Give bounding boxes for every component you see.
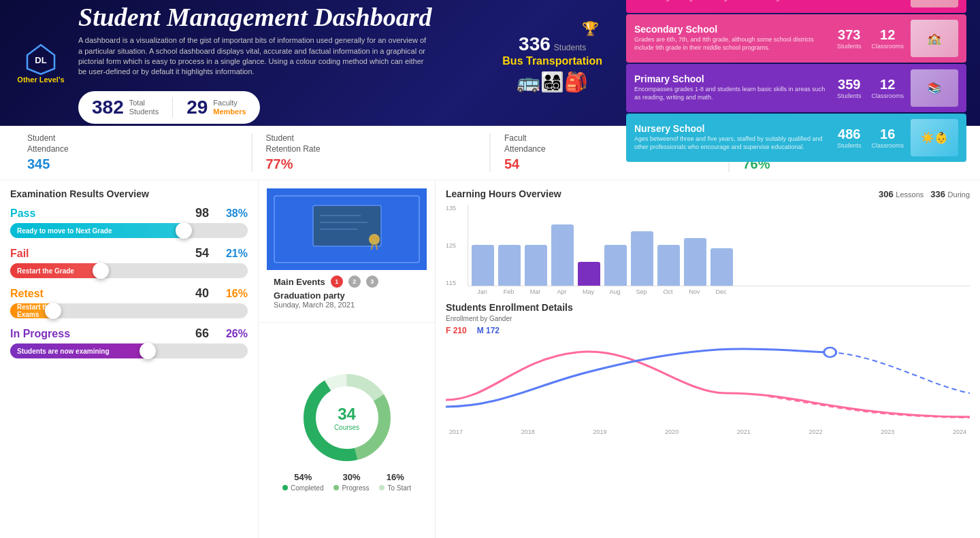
progress-track-pass: Ready to move to Next Grade <box>10 223 248 238</box>
bar-nov <box>684 238 706 286</box>
legend-male: M 172 <box>477 326 500 335</box>
school-card-secondary: Secondary School Grades are 6th, 7th, an… <box>626 14 966 63</box>
year-2021: 2021 <box>737 428 751 435</box>
event-tab-2[interactable]: 2 <box>348 275 361 288</box>
total-students-number: 382 <box>92 97 124 118</box>
y-axis-labels: 135 125 115 <box>446 205 456 286</box>
page-wrapper: DL Other Level's Student Management Dash… <box>0 0 980 538</box>
header-subtitle: A dashboard is a visualization of the gi… <box>78 35 432 78</box>
bar-mar <box>525 245 547 286</box>
school-desc-nursery: Ages betweenof three and five years, sta… <box>634 135 830 151</box>
exam-label-inprog: In Progress <box>10 328 70 340</box>
during-stat: 336 During <box>930 189 970 199</box>
x-axis-labels: Jan Feb Mar Apr May Aug Sep Oct Nov Dec <box>468 288 970 295</box>
svg-line-7 <box>372 245 372 250</box>
course-legend: 54% Completed 30% Progress <box>282 472 411 492</box>
y-label-135: 135 <box>446 205 456 212</box>
metric-value-sa: 345 <box>27 156 238 172</box>
event-tab-1[interactable]: 1 <box>331 275 343 288</box>
school-stats-primary: 359 Students 12 Classrooms <box>837 77 904 99</box>
bar-apr <box>551 224 574 286</box>
male-line <box>446 349 830 407</box>
school-info-primary: Primary School Encompasses grades 1-8 an… <box>634 73 830 101</box>
bar-may <box>578 262 600 286</box>
courses-count: 34 <box>334 404 359 423</box>
progress-track-inprog: Students are now examining <box>10 343 248 358</box>
school-info-secondary: Secondary School Grades are 6th, 7th, an… <box>634 24 830 52</box>
progress-knob-fail <box>93 263 109 279</box>
donut-center: 34 Courses <box>334 404 359 431</box>
year-2024: 2024 <box>953 428 966 435</box>
metric-student-retention: StudentRetention Rate 77% <box>252 133 491 171</box>
bus-count: 336 <box>519 33 551 55</box>
exam-header-fail: Fail 54 21% <box>10 246 248 260</box>
bar-chart-wrapper: 135 125 115 <box>446 205 970 295</box>
exam-row-fail: Fail 54 21% Restart the Grade <box>10 246 248 278</box>
event-tab-3[interactable]: 3 <box>366 275 378 288</box>
school-name-primary: Primary School <box>634 73 830 84</box>
x-label-oct: Oct <box>657 288 679 295</box>
school-stat-classrooms-primary: 12 Classrooms <box>871 77 904 99</box>
school-desc-secondary: Grades are 6th, 7th, and 8th grade, alth… <box>634 36 830 52</box>
legend-dot-progress <box>333 485 339 490</box>
examination-title: Examination Results Overview <box>10 188 248 199</box>
school-stats-nursery: 486 Students 16 Classrooms <box>837 127 904 149</box>
school-img-primary: 📚 <box>911 69 958 107</box>
school-info-high: High School Have four numbered grades, f… <box>634 0 830 3</box>
exam-row-retest: Retest 40 16% Restart the Exams <box>10 286 248 318</box>
svg-point-6 <box>369 234 380 245</box>
year-2023: 2023 <box>881 428 894 435</box>
x-label-apr: Apr <box>551 288 573 295</box>
exam-header-pass: Pass 98 38% <box>10 206 248 220</box>
svg-text:DL: DL <box>35 55 46 65</box>
school-card-primary: Primary School Encompasses grades 1-8 an… <box>626 64 966 112</box>
total-students-label: TotalStudents <box>129 99 159 116</box>
enrollment-svg <box>446 339 970 427</box>
metric-title-sr: StudentRetention Rate <box>266 133 476 154</box>
header: DL Other Level's Student Management Dash… <box>0 0 980 126</box>
logo-area: DL Other Level's <box>14 41 68 84</box>
legend-pct-tostart: 16% <box>387 472 404 482</box>
x-label-jan: Jan <box>471 288 493 295</box>
bar-oct <box>657 245 680 286</box>
bar-dec <box>710 248 733 286</box>
exam-row-pass: Pass 98 38% Ready to move to Next Grade <box>10 206 248 238</box>
school-cards: High School Have four numbered grades, f… <box>626 0 966 162</box>
legend-dot-completed <box>282 485 288 490</box>
brand-name: Other Level's <box>17 75 64 84</box>
school-img-secondary: 🏫 <box>911 20 958 57</box>
event-date: Sunday, March 28, 2021 <box>274 301 420 309</box>
lessons-stat: 306 Lessons <box>879 189 924 199</box>
exam-label-retest: Retest <box>10 288 44 300</box>
year-2019: 2019 <box>593 428 606 435</box>
year-2022: 2022 <box>809 428 823 435</box>
learning-hours-header: Learning Hours Overview 306 Lessons 336 … <box>446 188 970 199</box>
chalkboard-image <box>267 188 427 270</box>
x-label-feb: Feb <box>497 288 520 295</box>
stats-bar: 382 TotalStudents 29 FacultyMembers <box>78 91 260 124</box>
legend-completed: 54% Completed <box>282 472 323 492</box>
x-label-may: May <box>577 288 600 295</box>
exam-pct-inprog: 26% <box>226 328 248 340</box>
metric-title-sa: StudentAttendance <box>27 133 238 154</box>
school-img-nursery: ☀️👶 <box>911 119 958 156</box>
donut-container: 34 Courses <box>299 370 395 465</box>
progress-knob-retest <box>45 303 61 319</box>
bars-container <box>468 205 970 286</box>
metric-student-attendance: StudentAttendance 345 <box>14 133 252 171</box>
progress-knob-inprog <box>140 343 156 359</box>
male-line-dashed <box>830 352 970 393</box>
year-2017: 2017 <box>449 428 463 435</box>
faculty-number: 29 <box>186 97 208 118</box>
legend-dot-tostart <box>379 485 385 490</box>
event-name: Graduation party <box>274 290 420 301</box>
exam-count-inprog: 66 <box>195 326 209 341</box>
progress-fill-pass: Ready to move to Next Grade <box>10 223 189 238</box>
school-info-nursery: Nursery School Ages betweenof three and … <box>634 123 830 151</box>
y-label-115: 115 <box>446 280 456 286</box>
y-label-125: 125 <box>446 242 456 249</box>
svg-rect-2 <box>313 205 381 246</box>
events-section: Main Events 1 2 3 Graduation party Sunda… <box>259 180 435 323</box>
school-name-secondary: Secondary School <box>634 24 830 35</box>
exam-label-pass: Pass <box>10 207 35 220</box>
